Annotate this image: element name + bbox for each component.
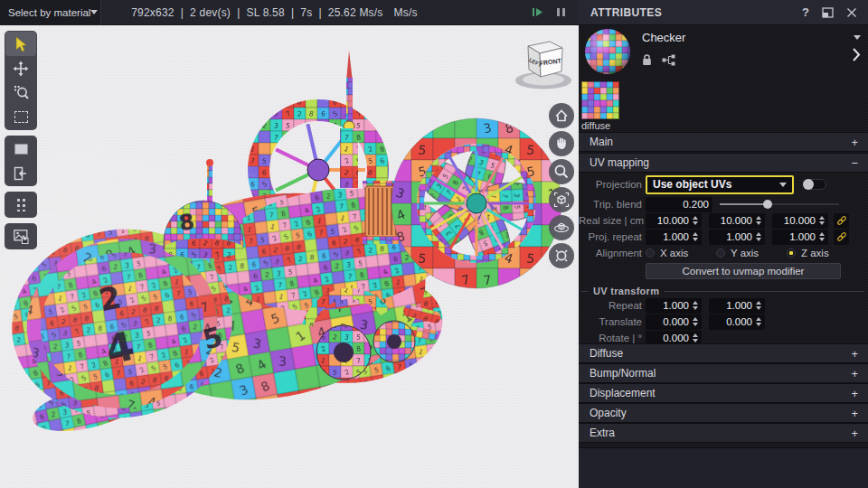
slider-knob[interactable] [763,200,772,209]
hand-icon [553,136,570,152]
exit-region-tool-button[interactable] [5,161,36,185]
viewport-3d-scene[interactable]: 4 2 5 8 [0,25,579,488]
convert-to-uvmap-button[interactable]: Convert to uvmap modifier [646,263,841,279]
spinner[interactable] [693,317,698,326]
dock-window-icon[interactable] [822,7,834,18]
spinner[interactable] [756,232,761,241]
spinner[interactable] [693,333,698,343]
texture-slot-label: diffuse [581,120,610,131]
alignment-z-option[interactable]: Z axis [787,248,857,258]
uv-repeat-row: Repeat 1.000 1.000 [579,297,868,314]
spinner[interactable] [819,216,825,225]
render-region-tool-button[interactable] [5,136,36,161]
render-viewport: 4 2 5 8 [0,25,579,488]
toolbar-group-pixels [5,192,37,218]
move-tool-button[interactable] [5,56,36,80]
pixel-grid-tool-button[interactable] [5,192,36,217]
uv-translate-u-field[interactable]: 0.000 [646,314,702,330]
diffuse-texture-thumbnail[interactable] [581,81,619,119]
alignment-y-option[interactable]: Y axis [716,248,787,258]
section-bump-normal[interactable]: Bump/Normal + [579,363,868,383]
section-opacity[interactable]: Opacity + [579,403,868,423]
section-diffuse[interactable]: Diffuse + [579,343,868,363]
expand-icon: + [851,136,858,149]
save-image-icon [14,230,29,244]
trip-blend-slider[interactable] [720,199,839,210]
spinner[interactable] [693,232,698,241]
lock-icon[interactable] [642,54,652,66]
frame-object-button[interactable] [549,187,574,212]
radio-selected-icon [787,249,796,258]
node-graph-icon[interactable] [662,54,675,66]
orbit-view-button[interactable] [549,215,574,240]
spinner[interactable] [756,216,761,225]
attributes-header: ATTRIBUTES ? [579,0,868,25]
toolbar-group-region [5,136,37,186]
uv-rotate-field[interactable]: 0.000 [646,331,702,344]
proj-repeat-row: Proj. repeat 1.000 1.000 1.000 [579,229,868,245]
expand-icon: + [851,367,858,380]
link-values-button[interactable] [834,213,849,229]
link-values-button[interactable] [834,230,849,245]
section-main[interactable]: Main + [579,132,868,152]
focus-ring-icon [553,248,570,264]
select-mode-dropdown[interactable]: Select by material [0,0,101,25]
material-name: Checker [642,31,685,44]
spinner[interactable] [756,301,761,310]
door-arrow-icon [14,166,28,181]
focus-view-button[interactable] [549,243,574,268]
expand-icon: + [851,427,858,440]
help-icon[interactable]: ? [802,5,809,19]
radio-icon [646,249,655,258]
orbit-cube-icon [553,220,570,236]
section-uv-mapping[interactable]: UV mapping − [579,153,868,173]
select-tool-button[interactable] [5,32,36,56]
radio-icon [716,249,725,258]
projection-dropdown[interactable]: Use object UVs [646,175,794,194]
spinner[interactable] [693,216,698,225]
viewport-topbar: Select by material 792x632 | 2 dev(s) | … [0,0,579,25]
pause-render-icon[interactable] [556,6,566,18]
render-rate-unit: Ms/s [394,6,418,19]
spinner[interactable] [756,317,761,326]
real-size-x-field[interactable]: 10.000 [646,213,702,229]
home-view-button[interactable] [549,103,574,128]
cursor-icon [14,36,28,52]
expand-icon: + [851,347,858,361]
panel-title: ATTRIBUTES [590,6,662,19]
projection-row: Projection Use object UVs [579,173,868,196]
material-preview-sphere[interactable] [584,28,631,75]
material-action-icons [642,54,675,66]
section-displacement[interactable]: Displacement + [579,383,868,403]
real-size-y-field[interactable]: 10.000 [709,213,765,229]
section-extra[interactable]: Extra + [579,423,868,443]
save-image-tool-button[interactable] [5,224,36,249]
real-size-z-field[interactable]: 10.000 [772,213,828,229]
uv-repeat-v-field[interactable]: 1.000 [709,298,765,314]
collapsed-sections: Diffuse + Bump/Normal + Displacement + O… [579,343,868,443]
close-icon[interactable] [846,7,857,18]
chevron-down-icon [90,10,98,14]
view-cube[interactable]: LEFT FRONT [508,33,579,92]
projection-toggle[interactable] [803,179,826,190]
pan-view-button[interactable] [549,131,574,156]
zoom-region-tool-button[interactable] [5,80,36,105]
uv-translate-v-field[interactable]: 0.000 [709,314,765,330]
trip-blend-value-field[interactable]: 0.200 [646,197,712,212]
proj-repeat-x-field[interactable]: 1.000 [646,230,702,245]
uv-rotate-row: Rotate | ° 0.000 [579,330,868,343]
proj-repeat-y-field[interactable]: 1.000 [709,230,765,245]
proj-repeat-z-field[interactable]: 1.000 [772,230,828,245]
viewport-toolbar [5,31,37,249]
zoom-view-button[interactable] [549,159,574,184]
material-name-dropdown[interactable]: Checker [642,31,861,44]
spinner[interactable] [819,232,825,241]
marquee-select-tool-button[interactable] [5,105,36,129]
expand-material-chevron-icon[interactable] [852,47,861,62]
move-icon [13,61,29,77]
spinner[interactable] [693,301,698,310]
uv-repeat-u-field[interactable]: 1.000 [646,298,702,314]
resume-render-icon[interactable] [532,6,543,18]
triplanar-blend-row: Trip. blend 0.200 [579,196,868,212]
alignment-x-option[interactable]: X axis [646,248,716,258]
